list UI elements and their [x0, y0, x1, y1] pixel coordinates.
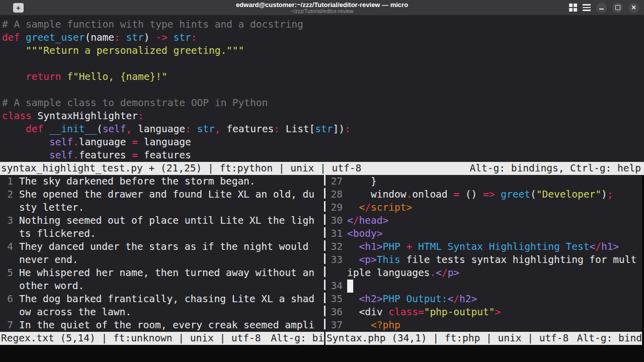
- line-number: [326, 266, 343, 280]
- statusbar-regex: Regex.txt (5,14) | ft:unknown | unix | u…: [0, 332, 324, 345]
- close-icon: ✕: [631, 5, 636, 11]
- code-row: 33 <p>This file tests syntax highlightin…: [326, 253, 644, 266]
- code-text: <div class="php-output">: [347, 306, 501, 319]
- code-text: return f"Hello, {name}!": [2, 70, 168, 83]
- line-number: 27: [326, 175, 343, 188]
- code-row: 29 </script>: [326, 201, 644, 214]
- code-row: 37 <?php: [326, 319, 644, 332]
- statusbar-python: syntax_highlight_test.py + (21,25) | ft:…: [0, 162, 644, 175]
- code-row: ow across the lawn.: [0, 306, 324, 319]
- code-text: <p>This file tests syntax highlighting f…: [347, 253, 636, 266]
- line-number: 7: [0, 319, 13, 332]
- maximize-button[interactable]: [612, 3, 623, 13]
- terminal-bottom-area: [0, 345, 644, 362]
- line-number: 36: [326, 306, 343, 319]
- code-text: self.language = language: [2, 136, 191, 149]
- statusbar-regex-file-info: Regex.txt (5,14) | ft:unknown | unix | u…: [1, 332, 261, 345]
- maximize-icon: [615, 5, 620, 10]
- code-text: window.onload = () => greet("Developer")…: [347, 188, 613, 201]
- code-row: 35 <h2>PHP Output:</h2>: [326, 293, 644, 306]
- new-tab-button[interactable]: +: [13, 3, 24, 13]
- code-text: other word.: [19, 280, 84, 293]
- code-text: ts flickered.: [19, 227, 96, 240]
- minimize-button[interactable]: [596, 3, 607, 13]
- grid-icon: [569, 4, 577, 12]
- code-text: # A sample function with type hints and …: [2, 18, 303, 31]
- line-number: 29: [326, 201, 343, 214]
- line-number: 28: [326, 188, 343, 201]
- close-button[interactable]: ✕: [628, 3, 639, 13]
- line-number: 6: [0, 293, 13, 306]
- line-number: [0, 253, 13, 266]
- code-text: def __init__(self, language: str, featur…: [2, 123, 351, 136]
- code-row: self.language = language: [2, 136, 644, 149]
- line-number: 2: [0, 188, 13, 201]
- code-text: }: [347, 175, 377, 188]
- code-row: 3Nothing seemed out of place until Lite …: [0, 214, 324, 227]
- code-row: self.features = features: [2, 149, 644, 162]
- code-text: <h2>PHP Output:</h2>: [347, 293, 477, 306]
- code-row: 34: [326, 280, 644, 293]
- line-number: 4: [0, 240, 13, 253]
- code-row: # A sample class to demonstrate OOP in P…: [2, 97, 644, 110]
- code-text: never end.: [19, 253, 78, 266]
- code-row: other word.: [0, 280, 324, 293]
- code-text: ow across the lawn.: [19, 306, 131, 319]
- code-text: <h1>PHP + HTML Syntax Highlighting Test<…: [347, 240, 619, 253]
- window-controls: ✕: [569, 3, 644, 13]
- code-row: def __init__(self, language: str, featur…: [2, 123, 644, 136]
- code-text: self.features = features: [2, 149, 191, 162]
- code-text: <body>: [347, 227, 382, 240]
- line-number: 1: [0, 175, 13, 188]
- menu-button[interactable]: [583, 4, 591, 11]
- statusbar-php: Syntax.php (34,1) | ft:php | unix | utf-…: [326, 332, 642, 345]
- code-text: He whispered her name, then turned away …: [19, 266, 314, 280]
- code-text: sty letter.: [19, 201, 84, 214]
- line-number: 31: [326, 227, 343, 240]
- tab-grid-button[interactable]: [569, 4, 577, 12]
- code-text: [347, 280, 353, 293]
- code-row: sty letter.: [0, 201, 324, 214]
- code-row: ts flickered.: [0, 227, 324, 240]
- line-number: 33: [326, 253, 343, 266]
- code-text: The sky darkened before the storm began.: [19, 175, 256, 188]
- line-number: 32: [326, 240, 343, 253]
- statusbar-php-file-info: Syntax.php (34,1) | ft:php | unix | utf-…: [327, 332, 569, 345]
- code-row: never end.: [0, 253, 324, 266]
- code-row: 31<body>: [326, 227, 644, 240]
- code-row: 36 <div class="php-output">: [326, 306, 644, 319]
- terminal-titlebar: + edward@customer:~/zzz/Tutorial/editor-…: [0, 0, 644, 15]
- window-subtitle: ~/zzz/Tutorial/editor-review: [290, 9, 353, 14]
- line-number: 5: [0, 266, 13, 280]
- code-row: [2, 83, 644, 97]
- code-row: """Return a personalized greeting.""": [2, 44, 644, 57]
- titlebar-text: edward@customer:~/zzz/Tutorial/editor-re…: [0, 0, 644, 15]
- code-row: def greet_user(name: str) -> str:: [2, 31, 644, 44]
- code-row: 1The sky darkened before the storm began…: [0, 175, 324, 188]
- line-number: [0, 227, 13, 240]
- statusbar-python-file-info: syntax_highlight_test.py + (21,25) | ft:…: [1, 162, 361, 175]
- editor-pane-syntax-php[interactable]: 27 }28 window.onload = () => greet("Deve…: [326, 175, 644, 332]
- code-text: The dog barked frantically, chasing Lite…: [19, 293, 314, 306]
- code-text: In the quiet of the room, every creak se…: [19, 319, 314, 332]
- code-row: 28 window.onload = () => greet("Develope…: [326, 188, 644, 201]
- code-text: def greet_user(name: str) -> str:: [2, 31, 197, 44]
- statusbar-regex-help-hint: Alt-g: bi: [271, 332, 324, 345]
- code-text: class SyntaxHighlighter:: [2, 110, 144, 123]
- code-text: # A sample class to demonstrate OOP in P…: [2, 97, 268, 110]
- line-number: 34: [326, 280, 343, 293]
- editor-pane-python[interactable]: # A sample function with type hints and …: [0, 15, 644, 162]
- code-row: iple languages.</p>: [326, 266, 644, 280]
- line-number: 30: [326, 214, 343, 227]
- editor-pane-regex-txt[interactable]: 1The sky darkened before the storm began…: [0, 175, 324, 332]
- window-title: edward@customer:~/zzz/Tutorial/editor-re…: [236, 2, 408, 9]
- code-text: </script>: [347, 201, 412, 214]
- statusbar-python-help-hint: Alt-g: bindings, Ctrl-g: help: [470, 162, 641, 175]
- line-number: [0, 280, 13, 293]
- code-row: 5He whispered her name, then turned away…: [0, 266, 324, 280]
- code-text: They danced under the stars as if the ni…: [19, 240, 308, 253]
- code-row: 7In the quiet of the room, every creak s…: [0, 319, 324, 332]
- line-number: 35: [326, 293, 343, 306]
- code-text: """Return a personalized greeting.""": [2, 44, 244, 57]
- code-row: 32 <h1>PHP + HTML Syntax Highlighting Te…: [326, 240, 644, 253]
